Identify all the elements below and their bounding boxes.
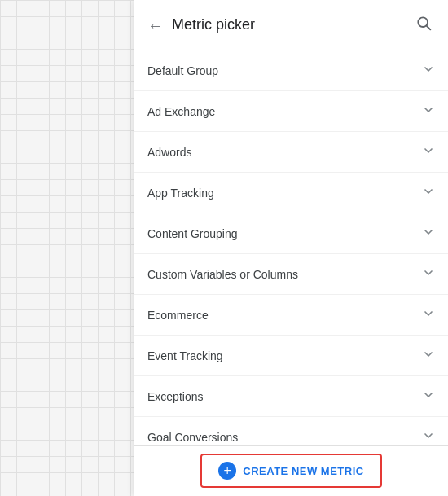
menu-item-label: Ecommerce xyxy=(147,309,209,322)
menu-item-label: Default Group xyxy=(147,64,218,77)
chevron-down-icon xyxy=(422,348,435,363)
menu-item-label: Content Grouping xyxy=(147,227,238,240)
menu-item-default-group[interactable]: Default Group xyxy=(134,50,448,91)
menu-item-label: Ad Exchange xyxy=(147,105,215,118)
search-icon xyxy=(415,15,432,31)
menu-item-exceptions[interactable]: Exceptions xyxy=(134,376,448,417)
chevron-down-icon xyxy=(422,388,435,404)
menu-item-goal-conversions[interactable]: Goal Conversions xyxy=(134,417,448,445)
chevron-down-icon xyxy=(422,429,435,445)
panel-title: Metric picker xyxy=(172,16,255,33)
menu-item-label: Goal Conversions xyxy=(147,431,238,444)
create-new-metric-button[interactable]: + CREATE NEW METRIC xyxy=(200,454,381,488)
menu-item-ad-exchange[interactable]: Ad Exchange xyxy=(134,91,448,132)
panel-footer: + CREATE NEW METRIC xyxy=(134,445,448,496)
menu-item-label: Event Tracking xyxy=(147,349,223,362)
menu-item-label: Custom Variables or Columns xyxy=(147,268,298,281)
panel-header: ← Metric picker xyxy=(134,0,448,50)
back-button[interactable]: ← xyxy=(147,17,164,33)
menu-item-label: Exceptions xyxy=(147,390,203,403)
menu-item-event-tracking[interactable]: Event Tracking xyxy=(134,336,448,376)
chevron-down-icon xyxy=(422,185,435,200)
chevron-down-icon xyxy=(422,63,435,78)
menu-list: Default GroupAd ExchangeAdwordsApp Track… xyxy=(134,50,448,445)
search-button[interactable] xyxy=(412,11,435,38)
chevron-down-icon xyxy=(422,266,435,282)
plus-circle-icon: + xyxy=(218,462,236,480)
chevron-down-icon xyxy=(422,103,435,119)
menu-item-label: App Tracking xyxy=(147,187,214,200)
menu-item-app-tracking[interactable]: App Tracking xyxy=(134,173,448,213)
svg-line-1 xyxy=(427,26,431,30)
create-button-label: CREATE NEW METRIC xyxy=(243,465,363,477)
menu-item-content-grouping[interactable]: Content Grouping xyxy=(134,213,448,254)
menu-item-ecommerce[interactable]: Ecommerce xyxy=(134,295,448,336)
menu-item-adwords[interactable]: Adwords xyxy=(134,132,448,173)
chevron-down-icon xyxy=(422,307,435,323)
header-left: ← Metric picker xyxy=(147,16,255,33)
left-panel xyxy=(0,0,134,496)
chevron-down-icon xyxy=(422,144,435,160)
metric-picker-panel: ← Metric picker Default GroupAd Exchange… xyxy=(134,0,448,496)
chevron-down-icon xyxy=(422,226,435,241)
menu-item-label: Adwords xyxy=(147,146,191,159)
menu-item-custom-variables[interactable]: Custom Variables or Columns xyxy=(134,254,448,295)
